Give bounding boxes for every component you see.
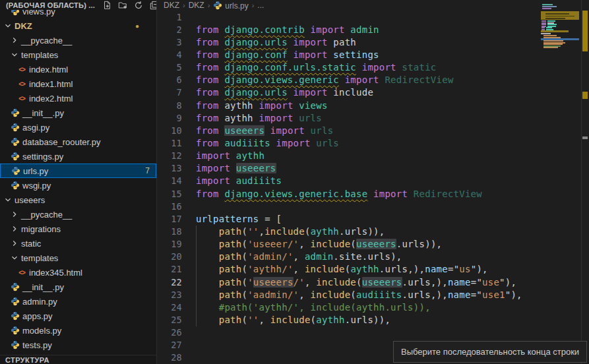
explorer-item-database_roouter.py[interactable]: database_roouter.py	[0, 135, 156, 149]
code-line-20[interactable]: 20 path('admin/', admin.site.urls),	[157, 251, 589, 263]
explorer-item-__init__.py[interactable]: __init__.py	[0, 106, 156, 120]
new-file-icon[interactable]	[102, 0, 112, 11]
line-number[interactable]: 20	[157, 251, 182, 262]
new-folder-icon[interactable]	[117, 0, 128, 11]
file-label: __pycache__	[21, 36, 72, 46]
file-label: tests.py	[22, 340, 52, 350]
minimap-line-bar	[541, 30, 569, 32]
line-number[interactable]: 21	[157, 264, 182, 274]
code-line-23[interactable]: 23 path('aadmin/', include(audiiits.urls…	[157, 288, 589, 301]
explorer-item-settings.py[interactable]: settings.py	[0, 149, 156, 164]
line-number[interactable]: 28	[157, 352, 182, 363]
overview-ruler-scrollbar[interactable]	[582, 0, 589, 364]
code-line-11[interactable]: 11from audiiits import urls	[157, 136, 589, 149]
explorer-item-__init__.py[interactable]: __init__.py	[0, 280, 156, 294]
line-number[interactable]: 2	[157, 24, 182, 35]
breadcrumb-item[interactable]: urls.py	[213, 1, 248, 11]
explorer-item-index2.html[interactable]: <>index2.html	[0, 91, 156, 106]
minimap[interactable]	[541, 0, 580, 364]
line-number[interactable]: 24	[157, 302, 182, 313]
code-line-1[interactable]: 1	[157, 11, 589, 23]
line-number[interactable]: 12	[157, 150, 182, 161]
line-number[interactable]: 17	[157, 214, 182, 224]
line-number[interactable]: 18	[157, 226, 182, 237]
line-content: from django.conf.urls.static import stat…	[182, 62, 437, 73]
code-area[interactable]: 12from django.contrib import admin3from …	[157, 11, 589, 364]
code-line-12[interactable]: 12import aythh	[157, 150, 589, 162]
explorer-folder-templates[interactable]: templates	[0, 47, 156, 62]
outline-section-header[interactable]: СТРУКТУРА	[0, 355, 156, 364]
code-line-3[interactable]: 3from django.urls import path	[157, 36, 589, 48]
explorer-folder-__pycache__[interactable]: __pycache__	[0, 207, 156, 222]
code-line-2[interactable]: 2from django.contrib import admin	[157, 23, 589, 36]
code-line-7[interactable]: 7from django.urls import include	[157, 86, 589, 99]
code-line-25[interactable]: 25 path('', include(aythh.urls)),	[157, 313, 589, 326]
code-line-10[interactable]: 10from useeers import urls	[157, 124, 589, 136]
breadcrumb-item[interactable]: DKZ	[189, 1, 204, 10]
line-number[interactable]: 10	[157, 125, 182, 136]
line-number[interactable]: 26	[157, 327, 182, 338]
code-line-6[interactable]: 6from django.views.generic import Redire…	[157, 74, 589, 86]
code-line-16[interactable]: 16	[157, 200, 589, 212]
code-line-22[interactable]: 22 path('useeers/', include(useeers.urls…	[157, 276, 589, 288]
explorer-item-index1.html[interactable]: <>index1.html	[0, 76, 156, 91]
explorer-item-index345.html[interactable]: <>index345.html	[0, 265, 156, 280]
code-line-21[interactable]: 21 path('aythh/', include(aythh.urls,),n…	[157, 263, 589, 276]
line-number[interactable]: 1	[157, 12, 182, 22]
explorer-item-asgi.py[interactable]: asgi.py	[0, 120, 156, 135]
code-line-14[interactable]: 14import audiiits	[157, 175, 589, 187]
line-number[interactable]: 14	[157, 175, 182, 186]
explorer-item-models.py[interactable]: models.py	[0, 323, 156, 338]
explorer-folder-templates[interactable]: templates	[0, 251, 156, 265]
code-line-8[interactable]: 8from aythh import views	[157, 99, 589, 111]
editor-pane[interactable]: DKZ›DKZ›urls.py›... 12from django.contri…	[157, 0, 589, 364]
line-number[interactable]: 13	[157, 163, 182, 173]
line-number[interactable]: 15	[157, 189, 182, 199]
explorer-item-urls.py[interactable]: urls.py7	[0, 164, 156, 178]
collapse-all-icon[interactable]	[149, 0, 157, 11]
explorer-item-wsgi.py[interactable]: wsgi.py	[0, 178, 156, 193]
explorer-folder-DKZ[interactable]: DKZ●	[0, 18, 156, 33]
line-number[interactable]: 5	[157, 62, 182, 73]
explorer-item-admin.py[interactable]: admin.py	[0, 294, 156, 309]
code-line-24[interactable]: 24 #path('aythh/', include(aythh.urls)),	[157, 301, 589, 313]
line-number[interactable]: 6	[157, 75, 182, 85]
explorer-item-apps.py[interactable]: apps.py	[0, 309, 156, 323]
line-number[interactable]: 8	[157, 100, 182, 111]
explorer-section-header[interactable]: (РАБОЧАЯ ОБЛАСТЬ) ...	[0, 0, 156, 10]
refresh-icon[interactable]	[133, 0, 144, 11]
code-line-5[interactable]: 5from django.conf.urls.static import sta…	[157, 61, 589, 74]
line-number[interactable]: 9	[157, 113, 182, 123]
vscode-window: views.pyDKZ●__pycache__templates<>index.…	[0, 0, 589, 364]
chevron-down-icon	[3, 20, 13, 31]
line-number[interactable]: 19	[157, 239, 182, 249]
line-number[interactable]: 11	[157, 138, 182, 148]
file-label: index.html	[29, 65, 68, 75]
explorer-item-index.html[interactable]: <>index.html	[0, 62, 156, 76]
breadcrumb-item[interactable]: DKZ	[164, 1, 179, 10]
code-line-18[interactable]: 18 path('',include(aythh.urls)),	[157, 225, 589, 237]
line-number[interactable]: 23	[157, 289, 182, 300]
line-number[interactable]: 25	[157, 315, 182, 325]
explorer-folder-useeers[interactable]: useeers	[0, 193, 156, 207]
explorer-folder-__pycache__[interactable]: __pycache__	[0, 33, 156, 47]
explorer-folder-migrations[interactable]: migrations	[0, 222, 156, 236]
line-number[interactable]: 3	[157, 37, 182, 47]
code-line-17[interactable]: 17urlpatterns = [	[157, 212, 589, 225]
code-line-13[interactable]: 13import useeers	[157, 162, 589, 175]
breadcrumb-item[interactable]: ...	[257, 1, 264, 10]
line-number[interactable]: 16	[157, 201, 182, 212]
code-line-9[interactable]: 9from aythh import urls	[157, 111, 589, 124]
explorer-item-tests.py[interactable]: tests.py	[0, 338, 156, 352]
line-number[interactable]: 22	[157, 277, 182, 288]
line-content: from aythh import urls	[182, 113, 322, 123]
code-line-26[interactable]: 26	[157, 326, 589, 339]
line-number[interactable]: 7	[157, 87, 182, 98]
code-line-15[interactable]: 15from django.views.generic.base import …	[157, 187, 589, 200]
line-number[interactable]: 27	[157, 340, 182, 350]
code-line-4[interactable]: 4from django.conf import settings	[157, 48, 589, 61]
explorer-folder-static[interactable]: static	[0, 236, 156, 251]
line-number[interactable]: 4	[157, 49, 182, 60]
code-line-19[interactable]: 19 path('useeer/', include(useeers.urls)…	[157, 238, 589, 251]
chevron-right-icon	[9, 35, 20, 46]
